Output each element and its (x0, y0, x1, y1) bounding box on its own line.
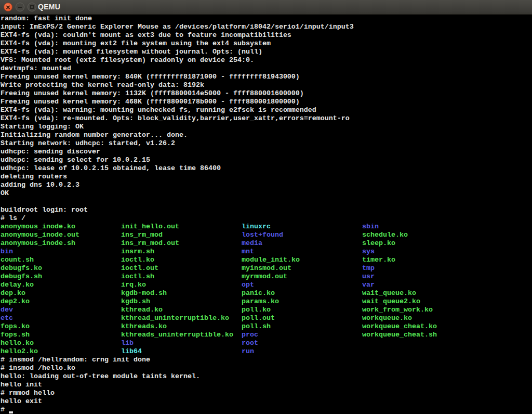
terminal-text: udhcpc: sending select for 10.0.2.15 (1, 156, 150, 164)
terminal-text: adding dns 10.0.2.3 (1, 181, 79, 189)
file-name: wait_queue2.ko (362, 297, 420, 305)
terminal-line: Freeing unused kernel memory: 840K (ffff… (1, 73, 532, 81)
terminal-line: hello init (1, 381, 532, 389)
terminal-text: Freeing unused kernel memory: 840K (ffff… (1, 73, 300, 81)
file-name: kgdb-mod.sh (121, 289, 242, 297)
file-name: hello.ko (1, 339, 121, 347)
terminal-line: udhcpc: sending select for 10.0.2.15 (1, 156, 532, 164)
terminal-line: # insmod /hello.ko (1, 364, 532, 372)
directory-name: media (242, 239, 362, 248)
terminal-line: anonymous_inode.outins_rm_modlost+founds… (1, 231, 532, 239)
terminal-line: buildroot login: root (1, 206, 532, 214)
terminal-text: EXT4-fs (vda): couldn't mount as ext3 du… (1, 31, 291, 39)
terminal-text: # insmod /hello.ko (1, 364, 75, 372)
terminal-text: devtmpfs: mounted (1, 64, 71, 72)
terminal-text: # ls / (1, 214, 25, 222)
terminal-text: # rmmod hello (1, 389, 55, 397)
file-name: myrmmod.out (242, 273, 362, 281)
minimize-button[interactable] (16, 3, 24, 11)
terminal-line: EXT4-fs (vda): re-mounted. Opts: block_v… (1, 114, 532, 123)
file-name: init_hello.out (121, 223, 242, 231)
file-name: kthread.ko (121, 306, 242, 314)
terminal-screen[interactable]: random: fast init doneinput: ImExPS/2 Ge… (0, 15, 532, 414)
directory-name: dev (1, 306, 121, 314)
file-name: debugfs.ko (1, 264, 121, 273)
file-name: anonymous_inode.ko (1, 223, 121, 231)
file-name: workqueue_cheat.sh (362, 331, 437, 339)
qemu-window: { "window": { "title": "QEMU", "buttons"… (0, 0, 532, 414)
terminal-line: # ls / (1, 214, 532, 223)
terminal-text: Write protecting the kernel read-only da… (1, 81, 204, 89)
terminal-line: delay.koirq.kooptvar (1, 281, 532, 289)
file-name: irq.ko (121, 281, 242, 289)
terminal-line: # rmmod hello (1, 389, 532, 397)
terminal-line: devtmpfs: mounted (1, 64, 532, 73)
maximize-button[interactable] (28, 3, 36, 11)
file-name: kthread_uninterruptible.ko (121, 314, 242, 322)
terminal-line: Initializing random number generator... … (1, 131, 532, 139)
file-name: work_from_work.ko (362, 306, 433, 314)
file-name: insrm.sh (121, 248, 242, 256)
terminal-text: Freeing unused kernel memory: 1132K (fff… (1, 89, 304, 97)
terminal-line: VFS: Mounted root (ext2 filesystem) read… (1, 56, 532, 64)
file-name: module_init.ko (242, 256, 362, 264)
terminal-line: Freeing unused kernel memory: 468K (ffff… (1, 98, 532, 106)
close-icon (6, 5, 10, 9)
directory-name: etc (1, 314, 121, 322)
file-name: ins_rm_mod (121, 231, 242, 239)
file-name: count.sh (1, 256, 121, 264)
terminal-line: bininsrm.shmntsys (1, 248, 532, 256)
directory-name: opt (242, 281, 362, 289)
directory-name: mnt (242, 248, 362, 256)
directory-name: sys (362, 248, 375, 255)
close-button[interactable] (4, 3, 12, 11)
terminal-line: EXT4-fs (vda): couldn't mount as ext3 du… (1, 31, 532, 40)
directory-name: bin (1, 248, 121, 256)
file-name: anonymous_inode.out (1, 231, 121, 239)
directory-name: lost+found (242, 231, 362, 239)
file-name: fops.sh (1, 331, 121, 339)
terminal-text: EXT4-fs (vda): mounted filesystem withou… (1, 48, 262, 56)
prompt-line: # (1, 406, 532, 414)
window-title: QEMU (38, 0, 60, 15)
terminal-text: VFS: Mounted root (ext2 filesystem) read… (1, 56, 254, 64)
file-name: ioctl.ko (121, 256, 242, 264)
terminal-text: Freeing unused kernel memory: 468K (ffff… (1, 98, 300, 106)
file-name: hello2.ko (1, 347, 121, 356)
file-name: dep.ko (1, 289, 121, 297)
terminal-line: anonymous_inode.koinit_hello.outlinuxrcs… (1, 223, 532, 231)
terminal-text: Initializing random number generator... … (1, 131, 188, 139)
terminal-text: udhcpc: sending discover (1, 148, 100, 156)
terminal-text: hello init (1, 381, 42, 389)
file-name: workqueue.ko (362, 314, 412, 322)
terminal-line: # insmod /hellrandom: crng init done (1, 356, 532, 364)
file-name: anonymous_inode.sh (1, 239, 121, 248)
terminal-text: random: fast init done (1, 15, 92, 22)
terminal-text: hello: loading out-of-tree module taints… (1, 372, 200, 380)
file-name: poll.out (242, 314, 362, 322)
terminal-line: devkthread.kopoll.kowork_from_work.ko (1, 306, 532, 314)
file-name: debugfs.sh (1, 273, 121, 281)
terminal-text: EXT4-fs (vda): re-mounted. Opts: block_v… (1, 114, 350, 122)
file-name: params.ko (242, 297, 362, 306)
terminal-line: input: ImExPS/2 Generic Explorer Mouse a… (1, 23, 532, 31)
terminal-line: EXT4-fs (vda): warning: mounting uncheck… (1, 106, 532, 114)
titlebar[interactable]: QEMU (0, 0, 532, 15)
terminal-line: OK (1, 189, 532, 198)
file-name: dep2.ko (1, 297, 121, 306)
terminal-text: # (1, 406, 9, 413)
file-name: poll.sh (242, 322, 362, 331)
directory-name: proc (242, 331, 362, 339)
terminal-line: random: fast init done (1, 15, 532, 23)
symlink-name: linuxrc (242, 223, 362, 231)
directory-name: var (362, 281, 375, 289)
file-name: ioctl.sh (121, 273, 242, 281)
terminal-line: hello exit (1, 397, 532, 406)
file-name: poll.ko (242, 306, 362, 314)
directory-name: root (242, 339, 258, 347)
terminal-line: hello2.kolib64run (1, 347, 532, 356)
terminal-line: EXT4-fs (vda): mounting ext2 file system… (1, 40, 532, 48)
terminal-line: Starting logging: OK (1, 123, 532, 131)
file-name: kthreads.ko (121, 322, 242, 331)
terminal-line: udhcpc: lease of 10.0.2.15 obtained, lea… (1, 164, 532, 173)
